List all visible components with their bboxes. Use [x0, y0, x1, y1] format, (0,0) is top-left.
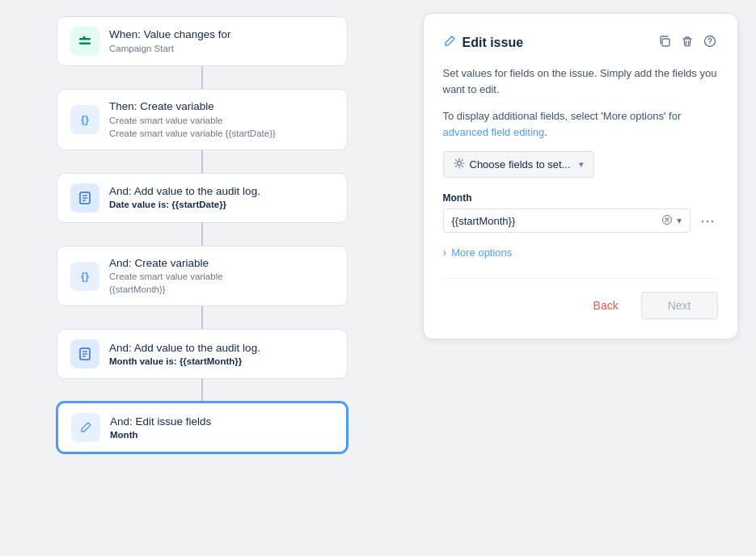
create-var-1-subtitle: Create smart value variableCreate smart …	[109, 114, 334, 140]
month-field-row: {{startMonth}} ▾ ⋯	[443, 208, 718, 233]
more-options-link[interactable]: › More options	[443, 246, 718, 259]
create-var-2-icon: {}	[70, 262, 99, 291]
edit-issue-subtitle: Month	[110, 428, 333, 441]
edit-description-2-text: To display additional fields, select 'Mo…	[443, 110, 682, 122]
workflow-panel: When: Value changes for Campaign Start {…	[0, 0, 404, 556]
month-field-label: Month	[443, 192, 718, 204]
edit-description-1: Set values for fields on the issue. Simp…	[443, 65, 718, 97]
svg-marker-2	[82, 36, 86, 38]
audit-2-subtitle: Month value is: {{startMonth}}	[109, 355, 334, 368]
edit-issue-icon	[71, 413, 100, 442]
svg-rect-11	[662, 39, 669, 46]
edit-issue-text: And: Edit issue fields Month	[110, 415, 333, 442]
audit-1-title: And: Add value to the audit log.	[109, 184, 334, 199]
svg-point-13	[709, 44, 710, 44]
help-button[interactable]	[702, 33, 718, 53]
copy-button[interactable]	[657, 33, 673, 53]
edit-card-header: Edit issue	[443, 33, 718, 53]
chevron-down-icon: ▾	[579, 159, 584, 170]
workflow-item-trigger[interactable]: When: Value changes for Campaign Start	[57, 16, 348, 66]
workflow-item-audit-1[interactable]: And: Add value to the audit log. Date va…	[57, 173, 348, 223]
workflow-item-audit-2[interactable]: And: Add value to the audit log. Month v…	[57, 329, 348, 379]
create-var-2-text: And: Create variable Create smart value …	[109, 256, 334, 297]
audit-1-text: And: Add value to the audit log. Date va…	[109, 184, 334, 212]
audit-1-subtitle: Date value is: {{startDate}}	[109, 198, 334, 211]
edit-title-row: Edit issue	[443, 35, 524, 51]
choose-fields-button[interactable]: Choose fields to set... ▾	[443, 151, 594, 178]
month-field-value: {{startMonth}}	[452, 215, 657, 227]
connector-3	[201, 223, 203, 246]
audit-2-text: And: Add value to the audit log. Month v…	[109, 341, 334, 369]
field-chevron-down-icon[interactable]: ▾	[677, 215, 682, 226]
trigger-title: When: Value changes for	[109, 27, 334, 42]
workflow-item-edit-issue[interactable]: And: Edit issue fields Month	[57, 402, 348, 453]
choose-fields-label: Choose fields to set...	[470, 158, 571, 171]
create-var-1-text: Then: Create variable Create smart value…	[109, 99, 334, 140]
edit-card: Edit issue	[423, 13, 738, 339]
chevron-right-icon: ›	[443, 246, 447, 259]
edit-issue-title: And: Edit issue fields	[110, 415, 333, 429]
svg-rect-1	[79, 43, 91, 45]
create-var-1-title: Then: Create variable	[109, 99, 334, 114]
next-button[interactable]: Next	[641, 292, 718, 319]
svg-point-14	[457, 162, 461, 166]
delete-button[interactable]	[679, 33, 695, 53]
trigger-text: When: Value changes for Campaign Start	[109, 27, 334, 55]
create-var-2-subtitle: Create smart value variable{{startMonth}…	[109, 270, 334, 296]
connector-4	[201, 306, 203, 329]
audit-1-icon	[70, 183, 99, 213]
edit-card-actions	[657, 33, 718, 53]
edit-card-title: Edit issue	[462, 36, 524, 50]
gear-icon	[454, 158, 465, 171]
month-field-input-wrapper[interactable]: {{startMonth}} ▾	[443, 208, 691, 233]
connector-2	[201, 150, 203, 173]
svg-rect-0	[79, 38, 91, 40]
edit-panel-container: Edit issue	[404, 0, 756, 556]
create-var-2-title: And: Create variable	[109, 256, 334, 271]
edit-title-pencil-icon	[443, 35, 456, 51]
clear-icon[interactable]	[662, 214, 672, 227]
edit-description-2: To display additional fields, select 'Mo…	[443, 108, 718, 140]
back-button[interactable]: Back	[581, 292, 631, 319]
create-var-1-icon: {}	[70, 105, 99, 134]
more-options-label: More options	[451, 246, 512, 259]
connector-1	[201, 66, 203, 89]
advanced-field-editing-link[interactable]: advanced field editing	[443, 126, 545, 138]
audit-2-icon	[70, 339, 99, 369]
field-more-options-button[interactable]: ⋯	[697, 210, 718, 231]
trigger-icon	[70, 27, 99, 56]
workflow-item-create-var-1[interactable]: {} Then: Create variable Create smart va…	[57, 89, 348, 150]
trigger-subtitle: Campaign Start	[109, 42, 334, 55]
audit-2-title: And: Add value to the audit log.	[109, 341, 334, 356]
connector-5	[201, 379, 203, 402]
workflow-item-create-var-2[interactable]: {} And: Create variable Create smart val…	[57, 246, 348, 307]
edit-footer: Back Next	[443, 278, 718, 319]
